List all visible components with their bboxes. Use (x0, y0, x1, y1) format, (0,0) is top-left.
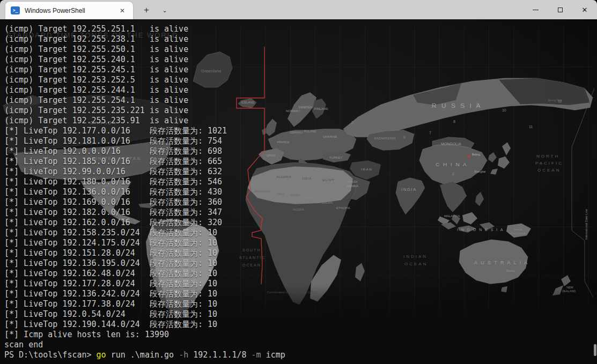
terminal-line: (icmp) Target 192.255.238.1 is alive (4, 34, 285, 44)
svg-text:OCEAN: OCEAN (537, 168, 561, 173)
minimize-icon (533, 10, 539, 10)
svg-text:INDIA: INDIA (401, 187, 417, 192)
prompt-segment: 192.1.1.1/8 (188, 350, 251, 360)
svg-text:8: 8 (453, 120, 455, 123)
svg-text:7: 7 (429, 131, 431, 135)
scrollbar-thumb[interactable] (594, 344, 596, 356)
maximize-button[interactable] (548, 0, 572, 19)
terminal-output: (icmp) Target 192.255.251.1 is alive(icm… (4, 24, 285, 360)
svg-text:GERMANY: GERMANY (290, 131, 304, 134)
terminal-line: (icmp) Target 192.255.240.1 is alive (4, 55, 285, 65)
svg-text:NIGER: NIGER (291, 194, 300, 197)
terminal-line: scan end (4, 340, 285, 350)
svg-text:A U S T R A L I A: A U S T R A L I A (474, 261, 528, 266)
terminal-line: [*] LiveTop 192.185.0.0/16 段存活数量为: 665 (4, 157, 285, 167)
svg-text:12: 12 (558, 99, 562, 103)
terminal-line: [*] LiveTop 192.136.242.0/24 段存活数量为: 10 (4, 289, 285, 299)
terminal-line: [*] LiveTop 192.169.0.0/16 段存活数量为: 360 (4, 197, 285, 207)
prompt-segment: go (97, 350, 106, 360)
terminal-line: [*] LiveTop 192.177.0.0/16 段存活数量为: 1021 (4, 126, 285, 136)
svg-text:Shanghai: Shanghai (474, 170, 485, 173)
prompt-segment: run .\main.go (106, 350, 179, 360)
svg-text:KAZAKHSTAN: KAZAKHSTAN (374, 137, 395, 140)
terminal-line: [*] LiveTop 192.162.0.0/16 段存活数量为: 320 (4, 218, 285, 228)
svg-text:POLAND: POLAND (304, 130, 316, 133)
svg-text:11: 11 (529, 125, 533, 129)
svg-text:Beijing: Beijing (472, 153, 480, 156)
svg-text:IRAN: IRAN (361, 167, 373, 171)
prompt-line: PS D:\tools\fscan> go run .\main.go -h 1… (4, 350, 285, 360)
prompt-segment: -h (179, 350, 188, 360)
minimize-button[interactable] (523, 0, 548, 19)
terminal-line: [*] LiveTop 192.0.54.0/24 段存活数量为: 10 (4, 309, 285, 320)
svg-text:SUDAN: SUDAN (321, 201, 333, 204)
prompt-segment: -m (252, 350, 261, 360)
svg-text:UKRAINE: UKRAINE (323, 135, 337, 138)
terminal-line: [*] LiveTop 192.136.195.0/24 段存活数量为: 10 (4, 258, 285, 269)
window-controls: ✕ (523, 0, 597, 19)
svg-text:SWEDEN: SWEDEN (298, 106, 312, 109)
terminal-line: [*] Icmp alive hosts len is: 13990 (4, 330, 285, 340)
terminal-window: >_ Windows PowerShell ✕ + ⌄ ✕ (0, 0, 597, 364)
chevron-down-icon: ⌄ (162, 7, 167, 14)
svg-text:PACIFIC: PACIFIC (535, 161, 563, 166)
svg-text:I N D O N E S I A: I N D O N E S I A (457, 228, 504, 232)
svg-text:ARABIA: ARABIA (347, 185, 358, 188)
terminal-line: [*] LiveTop 192.177.38.0/24 段存活数量为: 10 (4, 299, 285, 309)
terminal-line: [*] LiveTop 192.151.28.0/24 段存活数量为: 10 (4, 248, 285, 258)
terminal-line: [*] LiveTop 192.177.28.0/24 段存活数量为: 10 (4, 279, 285, 289)
svg-text:NIGERIA: NIGERIA (293, 209, 304, 211)
beijing-red-dot (468, 155, 471, 158)
svg-text:MONGOLIA: MONGOLIA (441, 142, 461, 146)
terminal-line: (icmp) Target 192.255.235.221 is alive (4, 106, 285, 116)
svg-text:OCEAN: OCEAN (404, 262, 428, 266)
svg-text:NORWAY: NORWAY (286, 109, 300, 113)
new-tab-button[interactable]: + (139, 3, 153, 17)
svg-text:ETHIOPIA: ETHIOPIA (336, 206, 350, 210)
svg-text:PAPUA: PAPUA (514, 228, 522, 231)
svg-text:10: 10 (502, 109, 506, 113)
svg-text:LIBYA: LIBYA (302, 176, 312, 180)
close-button[interactable]: ✕ (572, 0, 597, 19)
terminal-line: [*] LiveTop 192.99.0.0/16 段存活数量为: 632 (4, 167, 285, 177)
tab-windows-powershell[interactable]: >_ Windows PowerShell ✕ (5, 2, 133, 19)
svg-text:CHAD: CHAD (304, 196, 313, 199)
svg-text:C H I N A: C H I N A (436, 161, 468, 167)
prompt-segment: PS D:\tools\fscan> (4, 350, 97, 360)
terminal-line: [*] LiveTop 192.124.175.0/24 段存活数量为: 10 (4, 238, 285, 248)
terminal-line: [*] LiveTop 192.158.235.0/24 段存活数量为: 10 (4, 228, 285, 238)
svg-text:International Date Line: International Date Line (585, 209, 588, 240)
svg-text:INDIAN: INDIAN (403, 254, 428, 259)
prompt-segment: icmp (261, 350, 285, 360)
terminal-line: (icmp) Target 192.255.251.1 is alive (4, 24, 285, 34)
terminal-line: [*] LiveTop 192.162.48.0/24 段存活数量为: 10 (4, 269, 285, 279)
tab-title: Windows PowerShell (25, 7, 117, 14)
svg-text:8: 8 (452, 172, 454, 176)
terminal-line: (icmp) Target 192.255.245.1 is alive (4, 65, 285, 75)
terminal-pane[interactable]: STANDARD TIME ZONES OF THE WORLDU.S.C A … (0, 19, 597, 364)
terminal-line: (icmp) Target 192.255.235.91 is alive (4, 116, 285, 126)
svg-text:NORTH: NORTH (536, 154, 559, 159)
svg-text:EGYPT: EGYPT (322, 178, 334, 182)
terminal-line: (icmp) Target 192.253.252.5 is alive (4, 75, 285, 85)
plus-icon: + (144, 5, 149, 16)
tab-close-button[interactable]: ✕ (117, 5, 128, 16)
terminal-line: [*] LiveTop 192.190.144.0/24 段存活数量为: 10 (4, 320, 285, 330)
svg-text:FINLAND: FINLAND (314, 107, 328, 110)
terminal-line: [*] LiveTop 192.0.0.0/16 段存活数量为: 698 (4, 146, 285, 157)
terminal-line: [*] LiveTop 192.182.0.0/16 段存活数量为: 347 (4, 207, 285, 218)
maximize-icon (558, 8, 563, 12)
terminal-line: [*] LiveTop 192.136.0.0/16 段存活数量为: 430 (4, 187, 285, 197)
terminal-line: [*] LiveTop 192.180.0.0/16 段存活数量为: 546 (4, 177, 285, 187)
svg-text:R U S S I A: R U S S I A (432, 102, 482, 109)
svg-text:9: 9 (476, 102, 478, 106)
svg-text:3: 3 (351, 121, 353, 124)
tab-dropdown-button[interactable]: ⌄ (158, 3, 172, 17)
terminal-line: [*] LiveTop 192.181.0.0/16 段存活数量为: 754 (4, 136, 285, 146)
terminal-line: (icmp) Target 192.255.244.1 is alive (4, 85, 285, 95)
svg-text:TURKEY: TURKEY (329, 157, 342, 160)
svg-text:SAUDI: SAUDI (348, 180, 358, 183)
svg-text:Sydney: Sydney (506, 270, 515, 272)
titlebar: >_ Windows PowerShell ✕ + ⌄ ✕ (0, 0, 597, 19)
close-icon: ✕ (582, 6, 588, 13)
